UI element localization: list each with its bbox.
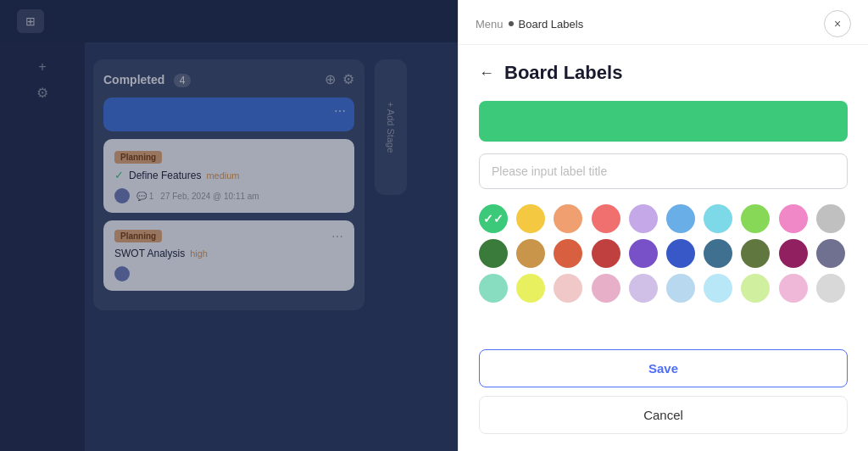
modal-title: Board Labels [504, 62, 622, 84]
breadcrumb: Menu Board Labels [476, 18, 583, 31]
color-swatch[interactable] [516, 274, 545, 303]
color-swatch[interactable] [516, 204, 545, 233]
color-preview-bar [479, 101, 848, 142]
modal-body: ← Board Labels ✓ [459, 45, 868, 349]
color-swatch[interactable] [629, 239, 658, 268]
save-button[interactable]: Save [479, 349, 848, 387]
color-swatch[interactable] [704, 239, 732, 268]
color-swatch[interactable] [666, 274, 695, 303]
color-swatch[interactable] [666, 204, 695, 233]
breadcrumb-current: Board Labels [519, 18, 584, 31]
color-swatch[interactable] [592, 204, 620, 233]
color-swatch[interactable] [816, 204, 845, 233]
color-swatch[interactable] [592, 274, 620, 303]
color-swatch[interactable]: ✓ [479, 204, 508, 233]
close-button[interactable]: × [824, 10, 851, 37]
color-swatch[interactable] [554, 274, 582, 303]
modal-overlay [0, 0, 458, 451]
color-swatch[interactable] [479, 274, 508, 303]
color-swatch[interactable] [479, 239, 508, 268]
color-swatch[interactable] [666, 239, 695, 268]
color-swatch[interactable] [516, 239, 545, 268]
close-icon: × [834, 17, 841, 31]
color-swatch[interactable] [741, 274, 770, 303]
breadcrumb-separator [509, 21, 514, 26]
modal-footer: Save Cancel [459, 349, 868, 451]
color-swatch[interactable] [741, 239, 770, 268]
back-arrow-icon[interactable]: ← [479, 64, 494, 82]
color-swatch[interactable] [816, 274, 845, 303]
color-swatch[interactable] [592, 239, 620, 268]
breadcrumb-parent: Menu [476, 18, 504, 31]
modal-panel: Menu Board Labels × ← Board Labels ✓ Sav… [458, 0, 868, 451]
modal-topbar: Menu Board Labels × [459, 0, 868, 45]
label-input[interactable] [479, 153, 848, 189]
color-swatch[interactable] [779, 239, 808, 268]
color-swatch[interactable] [816, 239, 845, 268]
color-swatch[interactable] [779, 204, 808, 233]
color-swatch[interactable] [779, 274, 808, 303]
color-grid: ✓ [479, 204, 848, 303]
color-swatch[interactable] [629, 274, 658, 303]
color-swatch[interactable] [704, 204, 732, 233]
color-swatch[interactable] [704, 274, 732, 303]
color-swatch[interactable] [554, 239, 582, 268]
modal-title-row: ← Board Labels [479, 62, 848, 84]
color-swatch[interactable] [741, 204, 770, 233]
color-swatch[interactable] [629, 204, 658, 233]
cancel-button[interactable]: Cancel [479, 396, 848, 434]
color-swatch[interactable] [554, 204, 582, 233]
